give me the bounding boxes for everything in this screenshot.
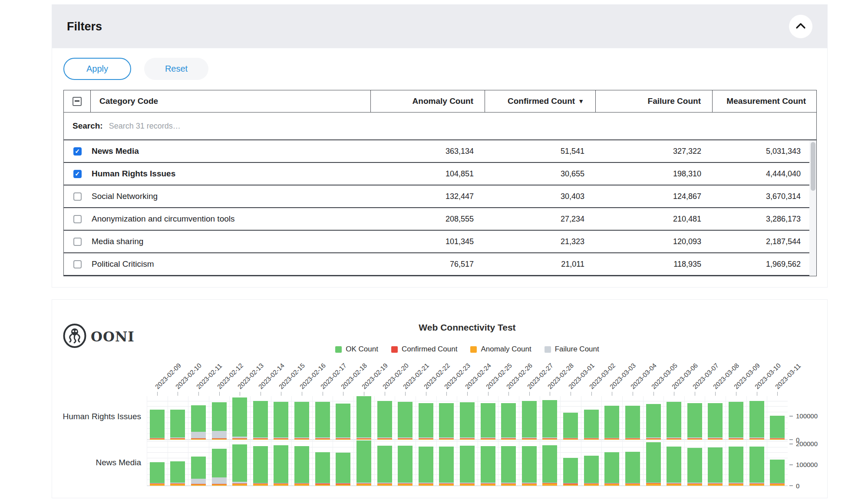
checkbox-unchecked[interactable] (73, 238, 82, 246)
bar-segment-anomaly-count (294, 484, 309, 486)
bar-segment-anomaly-count (729, 484, 743, 486)
checkbox-unchecked[interactable] (73, 192, 82, 201)
bar-segment-anomaly-count (439, 484, 454, 486)
stacked-bar (749, 401, 764, 440)
bar-segment-ok-count (377, 446, 392, 483)
bar-segment-ok-count (191, 457, 206, 479)
x-axis-tick (405, 392, 406, 396)
stacked-bar (522, 446, 537, 486)
ooni-octopus-icon (63, 323, 87, 350)
stacked-bar (749, 447, 764, 486)
column-header-category-code[interactable]: Category Code (91, 90, 371, 112)
select-all-cell[interactable] (64, 90, 91, 112)
bar-segment-ok-count (667, 402, 681, 437)
column-header-anomaly-count[interactable]: Anomaly Count (371, 90, 485, 112)
x-axis-tick (178, 392, 178, 396)
legend-item-confirmed-count[interactable]: Confirmed Count (391, 345, 458, 354)
reset-button[interactable]: Reset (144, 58, 208, 80)
checkbox-checked[interactable] (73, 147, 82, 156)
y-axis-tick-value: 100000 (796, 461, 818, 468)
x-axis-tick (529, 392, 530, 396)
stacked-bar (294, 446, 309, 486)
table-row[interactable]: Human Rights Issues104,85130,655198,3104… (64, 163, 816, 185)
checkbox-unchecked[interactable] (73, 215, 82, 223)
legend-item-anomaly-count[interactable]: Anomaly Count (470, 345, 531, 354)
bar-segment-ok-count (729, 447, 743, 483)
table-row[interactable]: Anonymization and circumvention tools208… (64, 208, 816, 231)
x-axis-tick (571, 392, 571, 396)
legend-swatch-icon (470, 346, 477, 353)
column-header-measurement-count[interactable]: Measurement Count (713, 90, 817, 112)
x-axis-tick (488, 392, 488, 396)
table-header-row: Category Code Anomaly Count Confirmed Co… (64, 90, 816, 113)
table-row[interactable]: Political Criticism76,51721,011118,9351,… (64, 253, 816, 276)
failure-count-cell: 124,867 (596, 192, 713, 201)
apply-button[interactable]: Apply (63, 58, 131, 80)
stacked-bar (625, 452, 640, 486)
category-name: Political Criticism (91, 259, 371, 269)
bar-segment-anomaly-count (625, 484, 640, 486)
search-label: Search: (73, 121, 103, 131)
bar-segment-anomaly-count (212, 484, 227, 486)
filters-header: Filters (52, 5, 827, 48)
stacked-bar (729, 447, 743, 486)
checkbox-checked[interactable] (73, 170, 82, 178)
column-header-failure-count[interactable]: Failure Count (596, 90, 713, 112)
select-all-checkbox-indeterminate[interactable] (73, 97, 82, 106)
bar-segment-ok-count (294, 446, 309, 483)
y-axis-tick-value: 100000 (796, 412, 818, 420)
column-header-confirmed-count[interactable]: Confirmed Count ▼ (485, 90, 596, 112)
stacked-bar (294, 402, 309, 440)
bar-segment-anomaly-count (232, 484, 247, 486)
category-name: News Media (91, 146, 371, 156)
legend-swatch-icon (335, 346, 342, 353)
stacked-bar (253, 446, 268, 486)
bar-segment-ok-count (646, 442, 661, 483)
stacked-bar (481, 403, 495, 440)
bar-segment-ok-count (170, 461, 185, 483)
y-axis-tick-label: 100000 (789, 412, 818, 420)
y-axis-tick-label: 0 (789, 482, 799, 490)
search-input[interactable] (108, 121, 370, 131)
y-axis-tick-mark (789, 416, 793, 417)
stacked-bar (232, 444, 247, 486)
table-scrollbar-track[interactable] (809, 140, 816, 276)
checkbox-unchecked[interactable] (73, 260, 82, 268)
stacked-bar (501, 446, 516, 486)
category-table: Category Code Anomaly Count Confirmed Co… (63, 90, 817, 276)
legend-label: OK Count (346, 345, 378, 354)
bar-segment-ok-count (708, 403, 723, 437)
bar-segment-ok-count (439, 403, 454, 437)
collapse-panel-button[interactable] (789, 15, 812, 38)
table-scrollbar-thumb[interactable] (811, 142, 815, 191)
bar-segment-ok-count (522, 446, 537, 483)
table-row[interactable]: Media sharing101,34521,323120,0932,187,5… (64, 231, 816, 253)
table-row[interactable]: Social Networking132,44730,403124,8673,6… (64, 185, 816, 208)
legend-item-failure-count[interactable]: Failure Count (545, 345, 599, 354)
bar-segment-anomaly-count (501, 484, 516, 486)
bar-segment-anomaly-count (460, 484, 475, 486)
legend-item-ok-count[interactable]: OK Count (335, 345, 378, 354)
stacked-bar (356, 396, 371, 440)
bar-segment-ok-count (687, 403, 702, 437)
x-axis-tick (736, 392, 736, 396)
stacked-bar (687, 448, 702, 486)
x-axis-tick (446, 392, 447, 396)
stacked-bar (336, 404, 350, 440)
y-axis-tick-value: 200000 (796, 440, 818, 447)
bar-segment-ok-count (563, 458, 578, 483)
bar-segment-ok-count (150, 462, 165, 483)
category-name: Anonymization and circumvention tools (91, 214, 371, 224)
table-row[interactable]: News Media363,13451,541327,3225,031,343 (64, 140, 816, 163)
x-axis-tick (323, 392, 323, 396)
bar-segment-ok-count (274, 445, 288, 483)
bar-segment-ok-count (460, 446, 475, 483)
bar-segment-ok-count (770, 416, 785, 438)
bar-segment-anomaly-count (604, 484, 619, 486)
bar-segment-anomaly-count (687, 484, 702, 486)
chevron-up-icon (795, 23, 806, 30)
stacked-bar (377, 446, 392, 486)
legend-label: Confirmed Count (402, 345, 458, 354)
y-axis-tick-label: 200000 (789, 440, 818, 448)
stacked-bar (604, 452, 619, 486)
